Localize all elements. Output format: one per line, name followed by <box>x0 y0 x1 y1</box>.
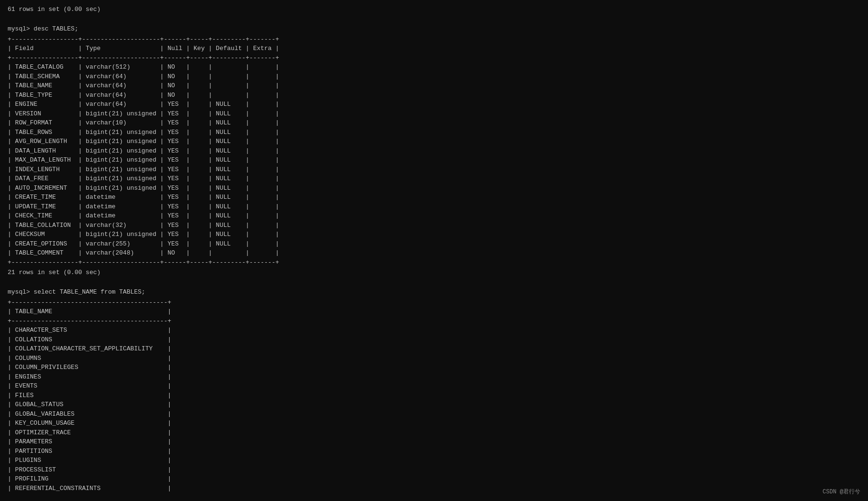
list-item: | KEY_COLUMN_USAGE | <box>8 419 860 428</box>
table-row: | TABLE_ROWS | bigint(21) unsigned | YES… <box>8 128 860 137</box>
list-item: | REFERENTIAL_CONSTRAINTS | <box>8 484 860 493</box>
table-row: | ENGINE | varchar(64) | YES | | NULL | … <box>8 100 860 109</box>
select-table-rows: | CHARACTER_SETS || COLLATIONS || COLLAT… <box>8 326 860 493</box>
table-row: | CREATE_TIME | datetime | YES | | NULL … <box>8 193 860 202</box>
desc-prompt: mysql> desc TABLES; <box>8 24 860 34</box>
list-item: | PARTITIONS | <box>8 447 860 456</box>
list-item: | PROFILING | <box>8 474 860 484</box>
table-row: | TABLE_TYPE | varchar(64) | NO | | | | <box>8 91 860 100</box>
select-table: +---------------------------------------… <box>8 298 860 493</box>
list-item: | PLUGINS | <box>8 456 860 465</box>
table-row: | VERSION | bigint(21) unsigned | YES | … <box>8 109 860 119</box>
list-item: | FILES | <box>8 391 860 400</box>
list-item: | OPTIMIZER_TRACE | <box>8 428 860 438</box>
table-row: | ROW_FORMAT | varchar(10) | YES | | NUL… <box>8 118 860 128</box>
table-row: | TABLE_COLLATION | varchar(32) | YES | … <box>8 221 860 230</box>
rows-count-line: 61 rows in set (0.00 sec) <box>8 5 860 14</box>
table-row: | CHECKSUM | bigint(21) unsigned | YES |… <box>8 230 860 239</box>
table-row: | DATA_FREE | bigint(21) unsigned | YES … <box>8 174 860 184</box>
table-row: | CREATE_OPTIONS | varchar(255) | YES | … <box>8 239 860 249</box>
list-item: | PROCESSLIST | <box>8 465 860 475</box>
watermark-text: CSDN @君行兮 <box>823 488 860 496</box>
list-item: | GLOBAL_STATUS | <box>8 400 860 409</box>
table-header: | Field | Type | Null | Key | Default | … <box>8 44 860 53</box>
list-item: | PARAMETERS | <box>8 437 860 447</box>
list-item: | GLOBAL_VARIABLES | <box>8 409 860 419</box>
desc-table-rows: | TABLE_CATALOG | varchar(512) | NO | | … <box>8 62 860 258</box>
list-item: | COLLATION_CHARACTER_SET_APPLICABILITY … <box>8 344 860 354</box>
table-separator-top: +------------------+--------------------… <box>8 35 860 44</box>
list-item: | ENGINES | <box>8 372 860 382</box>
table-row: | AUTO_INCREMENT | bigint(21) unsigned |… <box>8 184 860 193</box>
select-prompt: mysql> select TABLE_NAME from TABLES; <box>8 287 860 297</box>
table-row: | AVG_ROW_LENGTH | bigint(21) unsigned |… <box>8 137 860 146</box>
table-row: | TABLE_SCHEMA | varchar(64) | NO | | | … <box>8 72 860 82</box>
list-item: | COLLATIONS | <box>8 335 860 345</box>
list-item: | COLUMN_PRIVILEGES | <box>8 363 860 372</box>
table-row: | INDEX_LENGTH | bigint(21) unsigned | Y… <box>8 165 860 174</box>
table-separator-mid: +------------------+--------------------… <box>8 53 860 63</box>
table-row: | MAX_DATA_LENGTH | bigint(21) unsigned … <box>8 155 860 165</box>
table-row: | DATA_LENGTH | bigint(21) unsigned | YE… <box>8 146 860 156</box>
terminal-output: 61 rows in set (0.00 sec) mysql> desc TA… <box>8 5 860 493</box>
select-separator-top: +---------------------------------------… <box>8 298 860 307</box>
list-item: | COLUMNS | <box>8 354 860 363</box>
table-separator-bot: +------------------+--------------------… <box>8 258 860 267</box>
table-row: | TABLE_NAME | varchar(64) | NO | | | | <box>8 81 860 91</box>
table-row: | UPDATE_TIME | datetime | YES | | NULL … <box>8 202 860 212</box>
desc-table: +------------------+--------------------… <box>8 35 860 267</box>
table-row: | TABLE_COMMENT | varchar(2048) | NO | |… <box>8 248 860 258</box>
table-row: | CHECK_TIME | datetime | YES | | NULL |… <box>8 211 860 221</box>
table-row: | TABLE_CATALOG | varchar(512) | NO | | … <box>8 62 860 72</box>
list-item: | CHARACTER_SETS | <box>8 326 860 335</box>
select-header: | TABLE_NAME | <box>8 307 860 317</box>
select-separator-mid: +---------------------------------------… <box>8 317 860 326</box>
list-item: | EVENTS | <box>8 381 860 391</box>
rows-count-line2: 21 rows in set (0.00 sec) <box>8 268 860 277</box>
